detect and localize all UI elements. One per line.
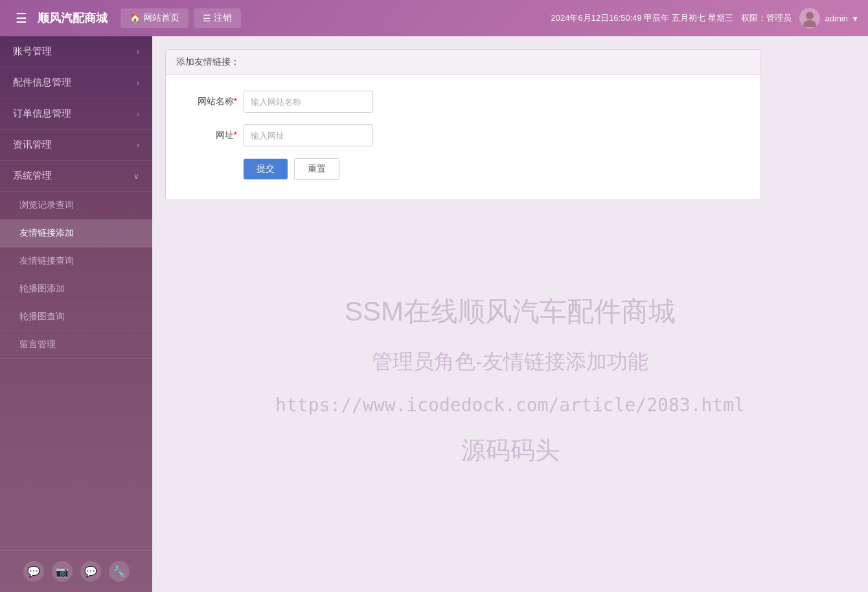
form-card-body: 网站名称* 网址* 提交 重置 xyxy=(166,75,760,199)
website-url-row: 网址* xyxy=(185,124,741,146)
sidebar-item-orders[interactable]: 订单信息管理 › xyxy=(0,98,152,130)
chevron-right-icon: › xyxy=(137,47,139,56)
sidebar-subitem-carousel-query[interactable]: 轮播图查询 xyxy=(0,303,152,331)
website-name-row: 网站名称* xyxy=(185,91,741,113)
website-name-input[interactable] xyxy=(244,91,373,113)
header: ☰ 顺风汽配商城 🏠 网站首页 ☰ 注销 2024年6月12日16:50:49 … xyxy=(0,0,868,36)
main-layout: 账号管理 › 配件信息管理 › 订单信息管理 › 资讯管理 › 系统管理 ∨ 浏… xyxy=(0,36,868,592)
sidebar-item-label: 配件信息管理 xyxy=(13,76,71,89)
sidebar-item-label: 账号管理 xyxy=(13,45,52,58)
sidebar-icon-2[interactable]: 📷 xyxy=(52,561,73,582)
app-logo: 顺风汽配商城 xyxy=(38,10,108,26)
form-card-title: 添加友情链接： xyxy=(166,50,760,75)
user-menu[interactable]: admin ▾ xyxy=(799,8,858,28)
sidebar-subitem-messages[interactable]: 留言管理 xyxy=(0,331,152,359)
watermark-line2: 管理员角色-友情链接添加功能 xyxy=(372,348,648,376)
avatar xyxy=(799,8,820,28)
permission-label: 权限：管理员 xyxy=(741,12,792,24)
website-name-label: 网站名称* xyxy=(185,96,244,108)
svg-point-0 xyxy=(806,12,814,19)
header-nav: 🏠 网站首页 ☰ 注销 xyxy=(120,8,241,28)
sidebar-item-label: 资讯管理 xyxy=(13,139,52,151)
sidebar-bottom-icons: 💬 📷 💬 🔧 xyxy=(0,550,152,592)
sidebar-icon-1[interactable]: 💬 xyxy=(23,561,44,582)
add-link-form-card: 添加友情链接： 网站名称* 网址* 提交 重置 xyxy=(165,49,761,200)
chevron-right-icon: › xyxy=(137,141,139,150)
sidebar-subitem-link-add[interactable]: 友情链接添加 xyxy=(0,220,152,247)
sidebar-subitem-carousel-add[interactable]: 轮播图添加 xyxy=(0,275,152,303)
chevron-right-icon: › xyxy=(137,109,139,119)
sidebar-subitem-link-query[interactable]: 友情链接查询 xyxy=(0,247,152,275)
sidebar-icon-4[interactable]: 🔧 xyxy=(109,561,130,582)
logout-nav-button[interactable]: ☰ 注销 xyxy=(194,8,241,28)
watermark-line3: https://www.icodedock.com/article/2083.h… xyxy=(275,394,745,416)
home-nav-button[interactable]: 🏠 网站首页 xyxy=(120,8,188,28)
sidebar-item-label: 订单信息管理 xyxy=(13,108,71,120)
svg-point-1 xyxy=(803,20,816,27)
sidebar-item-account[interactable]: 账号管理 › xyxy=(0,36,152,67)
sidebar-item-system[interactable]: 系统管理 ∨ xyxy=(0,161,152,192)
chevron-right-icon: › xyxy=(137,78,139,87)
reset-button[interactable]: 重置 xyxy=(294,158,339,180)
watermark-area: SSM在线顺风汽车配件商城 管理员角色-友情链接添加功能 https://www… xyxy=(165,200,855,579)
sidebar-item-label: 系统管理 xyxy=(13,170,52,182)
submit-button[interactable]: 提交 xyxy=(244,159,288,179)
form-actions: 提交 重置 xyxy=(244,158,741,180)
home-icon: 🏠 xyxy=(130,13,141,23)
website-url-label: 网址* xyxy=(185,130,244,141)
main-content: 添加友情链接： 网站名称* 网址* 提交 重置 xyxy=(152,36,868,592)
header-right: 2024年6月12日16:50:49 甲辰年 五月初七 星期三 权限：管理员 a… xyxy=(551,8,858,28)
sidebar-item-parts[interactable]: 配件信息管理 › xyxy=(0,67,152,98)
sidebar: 账号管理 › 配件信息管理 › 订单信息管理 › 资讯管理 › 系统管理 ∨ 浏… xyxy=(0,36,152,592)
sidebar-subitem-browse-history[interactable]: 浏览记录查询 xyxy=(0,192,152,220)
hamburger-button[interactable]: ☰ xyxy=(10,8,32,28)
sidebar-icon-3[interactable]: 💬 xyxy=(80,561,101,582)
username-label: admin xyxy=(825,14,848,23)
datetime-display: 2024年6月12日16:50:49 甲辰年 五月初七 星期三 xyxy=(551,12,733,24)
logout-icon: ☰ xyxy=(203,13,211,23)
chevron-down-icon: ∨ xyxy=(133,172,139,181)
sidebar-item-news[interactable]: 资讯管理 › xyxy=(0,130,152,161)
user-dropdown-icon: ▾ xyxy=(853,14,858,23)
watermark-line1: SSM在线顺风汽车配件商城 xyxy=(345,293,676,330)
watermark-line4: 源码码头 xyxy=(461,434,560,467)
website-url-input[interactable] xyxy=(244,124,373,146)
